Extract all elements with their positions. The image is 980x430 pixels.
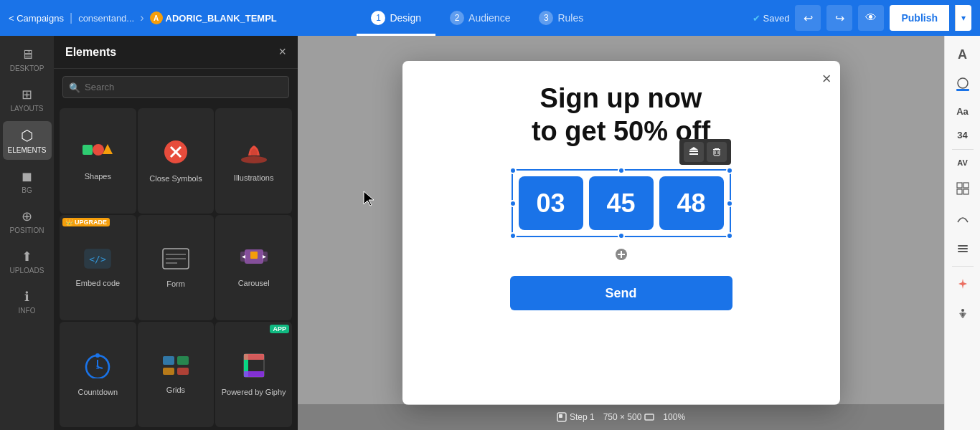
spacing-icon [956,242,969,255]
svg-rect-47 [957,183,962,188]
curve-icon [956,212,969,225]
right-panel-magic-button[interactable] [950,271,976,297]
countdown-value-1: 45 [606,188,635,219]
tab-design-label: Design [390,12,421,24]
right-panel-font-size-label[interactable]: Aa [953,102,971,121]
sidebar-item-elements[interactable]: ⬡ ELEMENTS [3,121,52,160]
handle-bl[interactable] [509,232,517,239]
svg-rect-52 [958,248,968,249]
elements-panel: Elements × 🔍 Shapes [54,36,298,430]
preview-button[interactable]: 👁 [858,5,884,31]
handle-br[interactable] [726,232,733,239]
tab-audience-label: Audience [468,12,510,24]
element-close-symbols[interactable]: Close Symbols [138,108,215,214]
desktop-icon: 🖥 [21,47,34,62]
app-badge: APP [270,325,289,333]
svg-rect-34 [689,153,698,155]
grids-label: Grids [166,386,185,394]
panel-close-button[interactable]: × [278,44,286,59]
status-dimensions: 750 × 500 [603,412,655,422]
element-grids[interactable]: Grids [138,322,215,427]
popup-preview: × Sign up now to get 50% off [402,61,840,405]
sidebar-item-desktop[interactable]: 🖥 DESKTOP [3,42,52,78]
info-icon: ℹ [24,289,29,305]
element-illustrations[interactable]: Illustrations [215,108,292,214]
toolbar-layers-button[interactable] [684,142,704,162]
popup-close-button[interactable]: × [822,70,831,88]
sidebar-item-info[interactable]: ℹ INFO [3,283,52,320]
saved-status: ✔ Saved [753,13,790,24]
svg-rect-28 [177,368,189,375]
bg-label: BG [22,186,32,194]
search-input[interactable] [62,76,289,98]
right-panel-number-label[interactable]: 34 [954,125,970,145]
sidebar-item-position[interactable]: ⊕ POSITION [3,203,52,240]
accessibility-icon [956,307,969,320]
drag-handle [614,247,628,262]
undo-button[interactable]: ↩ [795,5,821,31]
right-panel-color-button[interactable] [950,72,976,97]
magic-icon [956,277,969,290]
sidebar-item-uploads[interactable]: ⬆ UPLOADS [3,243,52,280]
form-label: Form [166,280,185,288]
embed-code-label: Embed code [75,279,120,287]
publish-dropdown-button[interactable]: ▾ [955,5,971,31]
popup-heading: Sign up now to get 50% off [532,82,710,148]
handle-tr[interactable] [726,167,733,174]
right-panel-accessibility-button[interactable] [950,301,976,327]
right-panel-av-label[interactable]: AV [954,154,970,171]
tab-rules[interactable]: 3 Rules [524,0,598,36]
sidebar-item-bg[interactable]: ◼ BG [3,163,52,200]
element-carousel[interactable]: ◂ ▸ Carousel [215,215,292,320]
uploads-icon: ⬆ [22,249,32,264]
handle-ml[interactable] [509,200,517,207]
element-powered-by-giphy[interactable]: APP Powered by Giphy [215,322,292,427]
tab-rules-label: Rules [557,12,583,24]
svg-rect-36 [715,148,719,149]
svg-text:3: 3 [96,364,100,371]
toolbar-delete-button[interactable] [707,142,727,162]
elements-icon: ⬡ [21,127,33,144]
right-panel-font-button[interactable]: A [950,42,976,67]
panel-header: Elements × [54,36,298,69]
publish-button[interactable]: Publish [890,5,949,31]
dimensions-icon [644,412,654,422]
tab-audience[interactable]: 2 Audience [435,0,524,36]
elements-label: ELEMENTS [8,146,47,154]
status-step: Step 1 [557,412,595,422]
element-form[interactable]: Form [138,215,215,320]
redo-button[interactable]: ↪ [826,5,852,31]
svg-rect-43 [559,414,562,418]
handle-tc[interactable] [618,167,625,174]
giphy-icon [241,353,267,383]
send-button[interactable]: Send [510,276,732,310]
element-embed-code[interactable]: 👑UPGRADE </> Embed code [60,215,136,320]
countdown-wrapper[interactable]: 03 45 48 [512,169,731,237]
canvas-area[interactable]: × Sign up now to get 50% off [298,36,944,430]
svg-rect-51 [958,245,968,247]
breadcrumb[interactable]: consentand... [78,13,134,24]
right-panel-spacing-button[interactable] [950,236,976,262]
handle-tl[interactable] [509,167,517,174]
countdown-value-0: 03 [536,188,565,219]
svg-rect-38 [714,150,720,156]
campaign-name: A ADORIC_BLANK_TEMPL [150,11,277,24]
handle-bc[interactable] [618,232,625,239]
back-to-campaigns[interactable]: < Campaigns [9,13,64,24]
right-panel-curve-button[interactable] [950,206,976,231]
element-countdown[interactable]: 3 Countdown [60,322,136,427]
tab-design[interactable]: 1 Design [357,0,435,36]
handle-mr[interactable] [726,200,733,207]
svg-rect-53 [958,251,968,252]
right-panel-grid-button[interactable] [950,176,976,201]
nav-tabs: 1 Design 2 Audience 3 Rules [357,0,598,36]
countdown-selection: 03 45 48 [512,169,731,237]
svg-rect-33 [689,150,698,152]
svg-rect-26 [177,356,189,365]
element-shapes[interactable]: Shapes [60,108,136,214]
right-panel: A Aa 34 AV [944,36,980,430]
sidebar-item-layouts[interactable]: ⊞ LAYOUTS [3,81,52,118]
campaign-icon: A [150,11,163,24]
search-icon: 🔍 [69,82,80,92]
info-label: INFO [19,307,36,315]
